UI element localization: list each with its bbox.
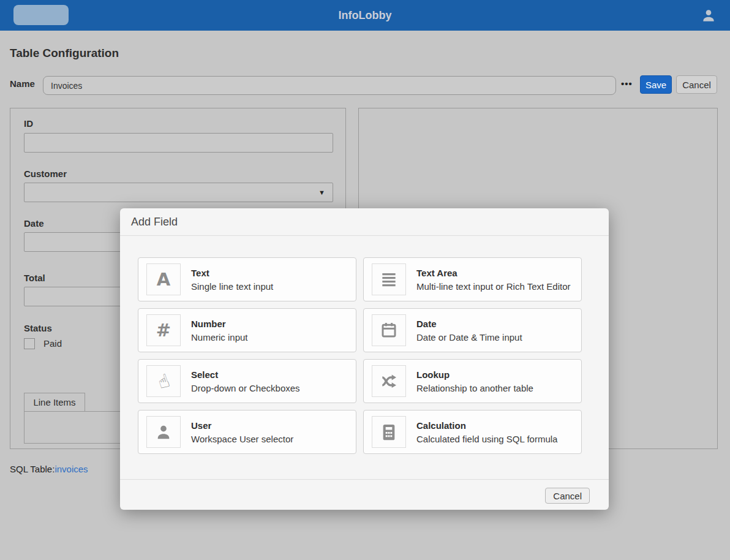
field-type-text[interactable]: A Text Single line text input xyxy=(138,257,356,301)
field-type-number[interactable]: # Number Numeric input xyxy=(138,308,356,352)
field-type-lookup[interactable]: Lookup Relationship to another table xyxy=(363,359,582,403)
user-icon xyxy=(701,7,717,23)
cancel-button[interactable]: Cancel xyxy=(676,75,717,94)
top-navigation-bar: InfoLobby xyxy=(0,0,730,31)
option-title: Number xyxy=(191,319,248,329)
calendar-icon xyxy=(372,314,406,346)
tab-line-items[interactable]: Line Items xyxy=(24,393,85,412)
option-description: Workspace User selector xyxy=(191,434,293,444)
page-title: Table Configuration xyxy=(10,47,119,60)
field-label-total: Total xyxy=(24,273,45,283)
option-title: User xyxy=(191,420,293,431)
option-description: Drop-down or Checkboxes xyxy=(191,383,300,393)
app-title: InfoLobby xyxy=(0,0,730,31)
app-window: InfoLobby Table Configuration Name ••• S… xyxy=(0,0,730,560)
field-type-select[interactable]: ☝ Select Drop-down or Checkboxes xyxy=(138,359,356,403)
modal-cancel-button[interactable]: Cancel xyxy=(545,488,590,504)
option-description: Date or Date & Time input xyxy=(416,332,522,342)
option-title: Text xyxy=(191,268,273,278)
field-type-calculation[interactable]: Calculation Calculated field using SQL f… xyxy=(363,410,582,454)
option-title: Lookup xyxy=(416,369,533,380)
id-input[interactable] xyxy=(24,133,333,153)
option-description: Calculated field using SQL formula xyxy=(416,434,557,444)
option-title: Select xyxy=(191,369,300,380)
sql-table-label: SQL Table: xyxy=(10,464,55,474)
save-button[interactable]: Save xyxy=(640,75,672,94)
text-area-icon xyxy=(372,263,406,295)
calculator-icon xyxy=(372,416,406,448)
modal-title: Add Field xyxy=(120,208,609,236)
option-description: Single line text input xyxy=(191,281,273,292)
name-label: Name xyxy=(10,78,35,89)
more-options-button[interactable]: ••• xyxy=(621,78,633,89)
sql-table-row: SQL Table:invoices xyxy=(10,464,88,474)
shuffle-icon xyxy=(372,365,406,397)
field-type-user[interactable]: User Workspace User selector xyxy=(138,410,356,454)
field-label-date: Date xyxy=(24,218,44,229)
field-type-grid: A Text Single line text input xyxy=(138,257,582,454)
option-title: Calculation xyxy=(416,420,557,431)
modal-footer: Cancel xyxy=(120,479,609,510)
sql-table-link[interactable]: invoices xyxy=(55,464,88,474)
number-icon: # xyxy=(146,314,181,346)
text-icon: A xyxy=(146,263,181,295)
field-label-customer: Customer xyxy=(24,168,67,179)
table-name-input[interactable] xyxy=(43,76,616,95)
field-label-id: ID xyxy=(24,118,33,129)
add-field-modal: Add Field A Text Single line text input xyxy=(120,208,609,510)
field-type-date[interactable]: Date Date or Date & Time input xyxy=(363,308,582,352)
user-account-button[interactable] xyxy=(701,7,717,23)
field-label-status: Status xyxy=(24,323,52,333)
user-icon xyxy=(146,416,181,448)
chevron-down-icon: ▼ xyxy=(318,189,325,196)
option-title: Date xyxy=(416,319,522,329)
customer-select[interactable]: ▼ xyxy=(24,183,333,202)
option-title: Text Area xyxy=(416,268,571,278)
paid-checkbox[interactable] xyxy=(24,338,35,349)
option-description: Numeric input xyxy=(191,332,248,342)
hand-pointer-icon: ☝ xyxy=(146,365,181,397)
option-description: Multi-line text input or Rich Text Edito… xyxy=(416,281,571,292)
field-type-text-area[interactable]: Text Area Multi-line text input or Rich … xyxy=(363,257,582,301)
paid-checkbox-label: Paid xyxy=(43,338,62,349)
option-description: Relationship to another table xyxy=(416,383,533,393)
